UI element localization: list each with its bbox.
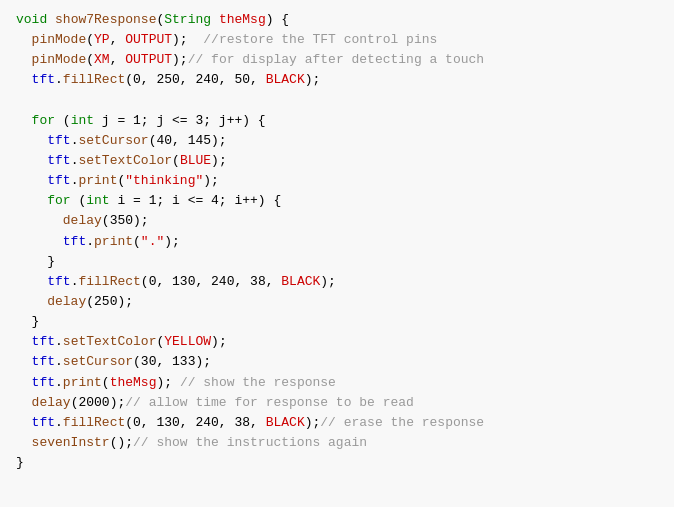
- code-line-13: }: [16, 252, 658, 272]
- code-viewer: void show7Response(String theMsg) { pinM…: [0, 0, 674, 507]
- code-line-3: pinMode(XM, OUTPUT);// for display after…: [16, 50, 658, 70]
- code-line-9: tft.print("thinking");: [16, 171, 658, 191]
- code-line-22: sevenInstr();// show the instructions ag…: [16, 433, 658, 453]
- code-line-18: tft.setCursor(30, 133);: [16, 352, 658, 372]
- code-line-21: tft.fillRect(0, 130, 240, 38, BLACK);// …: [16, 413, 658, 433]
- code-line-6: for (int j = 1; j <= 3; j++) {: [16, 111, 658, 131]
- code-line-11: delay(350);: [16, 211, 658, 231]
- code-line-15: delay(250);: [16, 292, 658, 312]
- code-line-1: void show7Response(String theMsg) {: [16, 10, 658, 30]
- code-line-2: pinMode(YP, OUTPUT); //restore the TFT c…: [16, 30, 658, 50]
- code-line-23: }: [16, 453, 658, 473]
- code-line-17: tft.setTextColor(YELLOW);: [16, 332, 658, 352]
- code-line-19: tft.print(theMsg); // show the response: [16, 373, 658, 393]
- code-line-4: tft.fillRect(0, 250, 240, 50, BLACK);: [16, 70, 658, 90]
- code-line-5: [16, 91, 658, 111]
- code-line-14: tft.fillRect(0, 130, 240, 38, BLACK);: [16, 272, 658, 292]
- code-line-10: for (int i = 1; i <= 4; i++) {: [16, 191, 658, 211]
- code-line-7: tft.setCursor(40, 145);: [16, 131, 658, 151]
- code-line-8: tft.setTextColor(BLUE);: [16, 151, 658, 171]
- code-line-20: delay(2000);// allow time for response t…: [16, 393, 658, 413]
- code-line-12: tft.print(".");: [16, 232, 658, 252]
- code-line-16: }: [16, 312, 658, 332]
